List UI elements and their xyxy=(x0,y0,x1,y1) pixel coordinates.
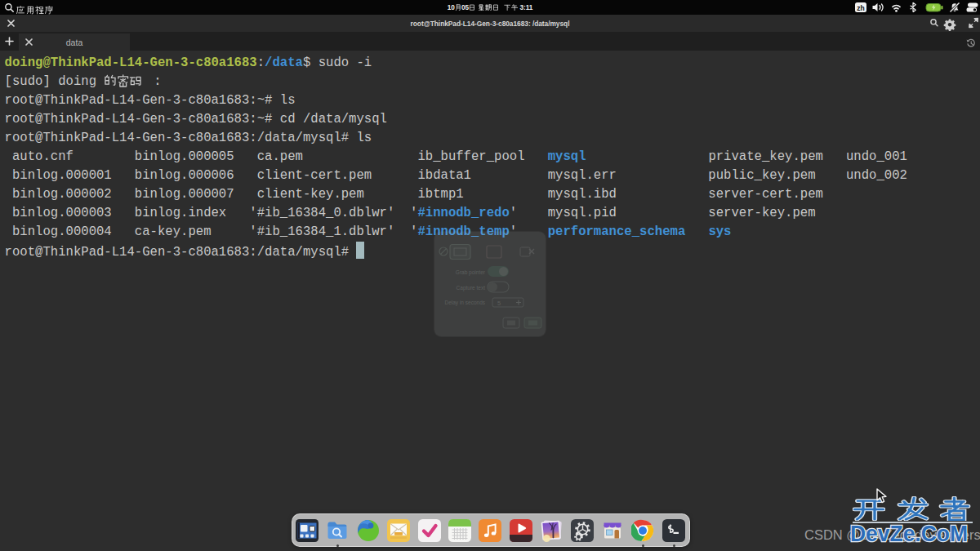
svg-text:zh: zh xyxy=(857,4,864,12)
svg-text:Delay in seconds: Delay in seconds xyxy=(445,300,486,306)
svg-text:5: 5 xyxy=(497,300,501,307)
svg-text:DevZe.CoM: DevZe.CoM xyxy=(850,521,968,546)
svg-text:Grab pointer: Grab pointer xyxy=(456,269,486,276)
svg-text:Capture text: Capture text xyxy=(457,285,486,291)
